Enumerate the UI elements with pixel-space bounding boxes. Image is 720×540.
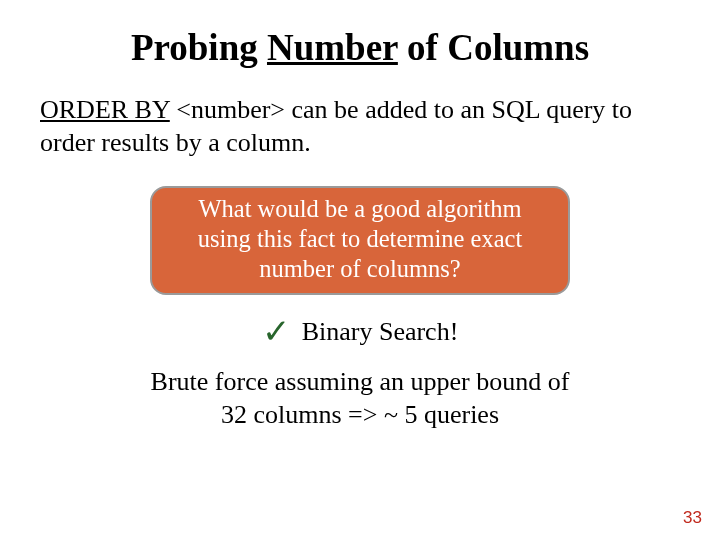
description: ORDER BY <number> can be added to an SQL…	[40, 93, 680, 160]
callout-box: What would be a good algorithm using thi…	[150, 186, 570, 295]
title-underlined: Number	[267, 27, 398, 68]
slide: Probing Number of Columns ORDER BY <numb…	[0, 0, 720, 540]
answer-row: ✓ Binary Search!	[40, 315, 680, 349]
callout-container: What would be a good algorithm using thi…	[40, 186, 680, 295]
answer-text: Binary Search!	[302, 317, 459, 347]
page-number: 33	[683, 508, 702, 528]
keyword-order-by: ORDER BY	[40, 95, 170, 124]
slide-title: Probing Number of Columns	[40, 26, 680, 69]
title-part1: Probing	[131, 27, 267, 68]
title-part2: of Columns	[398, 27, 589, 68]
note-text: Brute force assuming an upper bound of 3…	[140, 365, 580, 432]
check-icon: ✓	[262, 315, 290, 349]
